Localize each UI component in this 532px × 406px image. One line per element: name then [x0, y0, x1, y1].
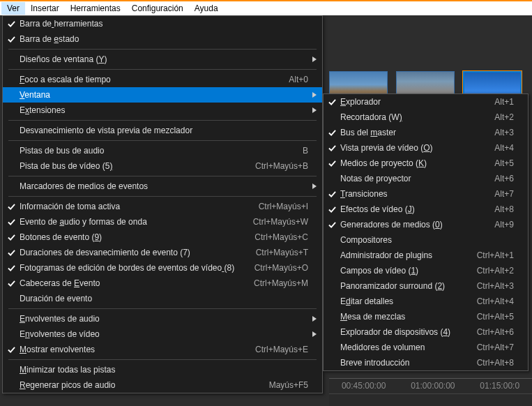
menu-ver-item[interactable]: Fotogramas de edición de bordes de event…	[3, 260, 322, 276]
menu-ver-item[interactable]: Duración de evento	[3, 291, 322, 306]
menu-separator	[8, 308, 317, 309]
menu-ver-item[interactable]: Barra de estado	[3, 31, 322, 47]
check-icon	[6, 36, 17, 43]
submenu-ventana-item[interactable]: Efectos de vídeo (J)Alt+8	[324, 202, 528, 217]
menu-item-shortcut: Ctrl+Alt+8	[466, 358, 514, 368]
timeline-mark: 01:15:00:0	[480, 381, 519, 391]
menubar: VerInsertarHerramientasConfiguraciónAyud…	[0, 1, 532, 15]
check-icon	[6, 218, 17, 226]
menu-separator	[8, 49, 317, 50]
menu-item-label: Botones de evento (9)	[17, 232, 243, 242]
submenu-ventana-item[interactable]: ExploradorAlt+1	[324, 94, 528, 110]
menubar-item-insertar[interactable]: Insertar	[25, 2, 65, 15]
menu-ver-item[interactable]: Envolventes de audio	[3, 311, 322, 326]
menu-ver-item[interactable]: Evento de audio y formas de ondaCtrl+May…	[3, 214, 322, 230]
menubar-item-herramientas[interactable]: Herramientas	[65, 2, 126, 15]
menu-item-shortcut: Ctrl+Alt+4	[466, 296, 514, 306]
submenu-ventana-item[interactable]: Breve introducciónCtrl+Alt+8	[324, 355, 528, 370]
check-icon	[6, 249, 17, 257]
menu-item-label: Ventana	[17, 90, 308, 100]
menu-item-label: Barra de herramientas	[17, 19, 308, 29]
submenu-ventana-item[interactable]: Bus del masterAlt+3	[324, 125, 528, 140]
check-icon	[6, 20, 17, 28]
menu-ver-item[interactable]: Foco a escala de tiempoAlt+0	[3, 72, 322, 87]
menu-item-shortcut: Ctrl+Alt+1	[466, 250, 514, 260]
menu-item-shortcut: Ctrl+Mayús+C	[243, 232, 308, 242]
menu-ver-item[interactable]: Diseños de ventana (Y)	[3, 52, 322, 67]
menubar-item-configuración[interactable]: Configuración	[126, 2, 189, 15]
menu-ver-item[interactable]: Pista de bus de vídeo (5)Ctrl+Mayús+B	[3, 158, 322, 174]
submenu-ventana-item[interactable]: Mesa de mezclasCtrl+Alt+5	[324, 309, 528, 324]
menu-ver: Barra de herramientasBarra de estadoDise…	[2, 15, 323, 393]
check-icon	[326, 190, 337, 198]
menu-ver-item[interactable]: Marcadores de medios de eventos	[3, 179, 322, 194]
menu-ver-item[interactable]: Botones de evento (9)Ctrl+Mayús+C	[3, 230, 322, 245]
menu-item-shortcut: Ctrl+Alt+3	[466, 281, 514, 291]
submenu-ventana-item[interactable]: Campos de vídeo (1)Ctrl+Alt+2	[324, 263, 528, 278]
menu-item-label: Compositores	[337, 235, 514, 245]
timeline-track[interactable]	[329, 393, 532, 403]
timeline-ruler[interactable]: 00:45:00:0001:00:00:0001:15:00:0	[329, 379, 532, 391]
menu-ver-item[interactable]: Mostrar envolventesCtrl+Mayús+E	[3, 342, 322, 357]
menu-item-label: Fotogramas de edición de bordes de event…	[17, 263, 243, 273]
menu-item-shortcut: Ctrl+Mayús+M	[243, 278, 308, 288]
menu-separator	[8, 196, 317, 197]
menu-item-shortcut: Ctrl+Alt+6	[466, 327, 514, 337]
submenu-ventana-item[interactable]: Notas de proyectorAlt+6	[324, 171, 528, 186]
submenu-ventana-item[interactable]: TransicionesAlt+7	[324, 186, 528, 202]
menu-item-shortcut: Alt+4	[483, 143, 514, 153]
menu-item-shortcut: Alt+3	[483, 128, 514, 137]
check-icon	[326, 206, 337, 213]
timeline[interactable]: 00:45:00:0001:00:00:0001:15:00:0	[329, 378, 532, 406]
menu-item-label: Extensiones	[17, 105, 308, 115]
menu-item-label: Administrador de plugins	[337, 250, 466, 260]
timeline-mark: 01:00:00:00	[411, 381, 455, 391]
menu-ver-item[interactable]: Desvanecimiento de vista previa de mezcl…	[3, 123, 322, 138]
menu-item-label: Minimizar todas las pistas	[17, 365, 308, 375]
menu-ver-item[interactable]: Envolventes de vídeo	[3, 326, 322, 342]
menu-ver-item[interactable]: Cabeceras de EventoCtrl+Mayús+M	[3, 276, 322, 291]
menu-item-label: Duraciones de desvanecimiento de evento …	[17, 248, 245, 257]
menu-ver-item[interactable]: Pistas de bus de audioB	[3, 143, 322, 158]
submenu-ventana-item[interactable]: Generadores de medios (0)Alt+9	[324, 217, 528, 232]
menu-item-label: Regenerar picos de audio	[17, 380, 258, 390]
submenu-ventana-item[interactable]: Recortadora (W)Alt+2	[324, 110, 528, 125]
submenu-ventana-item[interactable]: Editar detallesCtrl+Alt+4	[324, 294, 528, 309]
menu-item-label: Desvanecimiento de vista previa de mezcl…	[17, 126, 308, 135]
check-icon	[6, 280, 17, 287]
menu-item-label: Vista previa de vídeo (O)	[337, 143, 483, 153]
submenu-ventana-item[interactable]: Administrador de pluginsCtrl+Alt+1	[324, 248, 528, 263]
menu-item-shortcut: Alt+9	[483, 220, 514, 230]
menu-item-shortcut: Ctrl+Mayús+B	[244, 161, 308, 171]
submenu-arrow-icon	[308, 105, 317, 115]
menu-ver-item[interactable]: Información de toma activaCtrl+Mayús+I	[3, 199, 322, 214]
menu-ver-item[interactable]: Barra de herramientas	[3, 16, 322, 31]
menu-ver-item[interactable]: Minimizar todas las pistas	[3, 362, 322, 377]
menu-item-label: Foco a escala de tiempo	[17, 75, 278, 84]
check-icon	[326, 129, 337, 137]
menu-ver-item[interactable]: Extensiones	[3, 103, 322, 118]
menu-item-label: Información de toma activa	[17, 202, 248, 211]
submenu-ventana-item[interactable]: Medidores de volumenCtrl+Alt+7	[324, 340, 528, 355]
submenu-ventana-item[interactable]: Panoramizador surround (2)Ctrl+Alt+3	[324, 278, 528, 294]
menu-item-label: Panoramizador surround (2)	[337, 281, 466, 291]
submenu-ventana-item[interactable]: Explorador de dispositivos (4)Ctrl+Alt+6	[324, 324, 528, 340]
menu-ver-item[interactable]: Ventana	[3, 87, 322, 103]
menu-ver-item[interactable]: Regenerar picos de audioMayús+F5	[3, 377, 322, 393]
menu-item-shortcut: B	[291, 146, 308, 156]
check-icon	[6, 264, 17, 272]
menu-ver-item[interactable]: Duraciones de desvanecimiento de evento …	[3, 245, 322, 260]
check-icon	[326, 221, 337, 229]
check-icon	[326, 160, 337, 167]
submenu-ventana-item[interactable]: Compositores	[324, 232, 528, 248]
menu-item-shortcut: Ctrl+Alt+2	[466, 266, 514, 276]
menu-item-label: Duración de evento	[17, 294, 308, 303]
menubar-item-ver[interactable]: Ver	[1, 2, 25, 15]
check-icon	[326, 98, 337, 106]
submenu-ventana-item[interactable]: Medios de proyecto (K)Alt+5	[324, 156, 528, 171]
menu-separator	[8, 359, 317, 360]
submenu-ventana-item[interactable]: Vista previa de vídeo (O)Alt+4	[324, 140, 528, 156]
menu-item-label: Campos de vídeo (1)	[337, 266, 466, 276]
submenu-arrow-icon	[308, 314, 317, 324]
menubar-item-ayuda[interactable]: Ayuda	[189, 2, 224, 15]
